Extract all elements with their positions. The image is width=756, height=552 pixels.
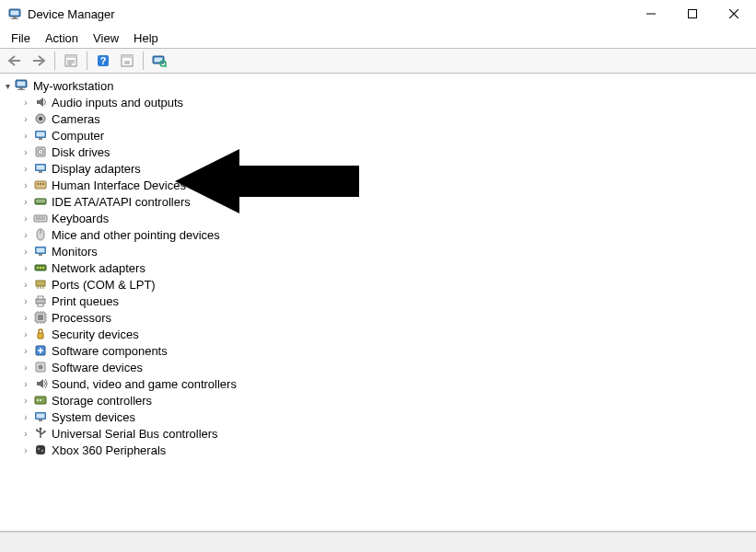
tree-category-label: Software components — [52, 344, 168, 358]
expand-icon[interactable]: › — [20, 197, 31, 207]
expand-icon[interactable]: › — [20, 313, 31, 323]
expand-icon[interactable]: › — [20, 147, 31, 157]
expand-icon[interactable]: › — [20, 429, 31, 439]
toolbar-separator — [54, 52, 55, 70]
tree-category-sound[interactable]: ›Sound, video and game controllers — [0, 375, 756, 392]
cameras-icon — [33, 111, 48, 126]
security-icon — [33, 327, 48, 341]
tree-category-label: Human Interface Devices — [52, 178, 186, 192]
expand-icon[interactable]: › — [20, 445, 31, 455]
ide-icon — [33, 194, 48, 209]
display-icon — [33, 161, 48, 176]
show-hidden-button[interactable] — [116, 50, 138, 72]
svg-text:?: ? — [100, 55, 107, 66]
computer-icon — [15, 78, 29, 93]
expand-icon[interactable]: › — [20, 296, 31, 306]
tree-category-label: System devices — [52, 410, 135, 424]
tree-category-security[interactable]: ›Security devices — [0, 326, 756, 342]
svg-rect-15 — [17, 82, 26, 86]
toolbar-separator — [87, 52, 87, 70]
tree-category-network[interactable]: ›Network adapters — [0, 259, 756, 276]
menu-file[interactable]: File — [4, 29, 38, 47]
tree-category-storage[interactable]: ›Storage controllers — [0, 392, 756, 408]
expand-icon[interactable]: › — [20, 98, 31, 108]
tree-category-swdev[interactable]: ›Software devices — [0, 359, 756, 375]
tree-category-keyboards[interactable]: ›Keyboards — [0, 210, 756, 226]
swdev-icon — [33, 360, 48, 374]
tree-category-label: Audio inputs and outputs — [52, 96, 183, 109]
tree-category-label: Ports (COM & LPT) — [52, 278, 156, 292]
storage-icon — [33, 393, 48, 408]
tree-category-monitors[interactable]: ›Monitors — [0, 243, 756, 259]
expand-icon[interactable]: › — [20, 379, 31, 389]
tree-category-disk[interactable]: ›Disk drives — [0, 144, 756, 160]
expand-icon[interactable]: › — [20, 213, 31, 224]
device-tree[interactable]: ▾ My-workstation ›Audio inputs and outpu… — [0, 74, 756, 532]
tree-category-display[interactable]: ›Display adapters — [0, 160, 756, 177]
svg-rect-1 — [11, 11, 19, 16]
tree-category-label: Sound, video and game controllers — [52, 377, 237, 391]
tree-category-label: Keyboards — [52, 212, 109, 225]
audio-icon — [33, 95, 48, 109]
expand-icon[interactable]: › — [20, 230, 31, 240]
tree-category-usb[interactable]: ›Universal Serial Bus controllers — [0, 425, 756, 442]
tree-category-xbox[interactable]: ›Xbox 360 Peripherals — [0, 442, 756, 458]
expand-icon[interactable]: › — [20, 114, 31, 124]
print-icon — [33, 293, 48, 308]
tree-category-label: Display adapters — [52, 162, 141, 176]
system-icon — [33, 409, 48, 424]
expand-icon[interactable]: › — [20, 329, 31, 339]
back-button[interactable] — [4, 50, 26, 72]
maximize-button[interactable] — [671, 0, 713, 28]
tree-category-ide[interactable]: ›IDE ATA/ATAPI controllers — [0, 193, 756, 210]
expand-icon[interactable]: › — [20, 180, 31, 190]
svg-rect-4 — [688, 10, 696, 18]
xbox-icon — [33, 443, 48, 457]
tree-category-ports[interactable]: ›Ports (COM & LPT) — [0, 276, 756, 293]
tree-category-system[interactable]: ›System devices — [0, 408, 756, 425]
menu-view[interactable]: View — [86, 29, 126, 47]
tree-category-audio[interactable]: ›Audio inputs and outputs — [0, 94, 756, 110]
network-icon — [33, 260, 48, 275]
tree-category-label: Disk drives — [52, 145, 110, 159]
menu-help[interactable]: Help — [126, 29, 166, 47]
toolbar: ? — [0, 48, 756, 74]
tree-root[interactable]: ▾ My-workstation — [0, 77, 756, 94]
svg-rect-2 — [13, 17, 17, 18]
expand-icon[interactable]: › — [20, 280, 31, 290]
expand-icon[interactable]: ▾ — [2, 81, 13, 91]
svg-rect-17 — [17, 89, 25, 90]
menubar: File Action View Help — [0, 28, 756, 48]
close-button[interactable] — [713, 0, 754, 28]
tree-category-computer[interactable]: ›Computer — [0, 127, 756, 144]
tree-category-mice[interactable]: ›Mice and other pointing devices — [0, 226, 756, 243]
menu-action[interactable]: Action — [38, 29, 86, 47]
expand-icon[interactable]: › — [20, 263, 31, 273]
tree-category-print[interactable]: ›Print queues — [0, 293, 756, 309]
tree-category-hid[interactable]: ›Human Interface Devices — [0, 177, 756, 193]
expand-icon[interactable]: › — [20, 346, 31, 356]
expand-icon[interactable]: › — [20, 247, 31, 257]
usb-icon — [33, 426, 48, 441]
window-title: Device Manager — [28, 7, 115, 21]
tree-category-label: Computer — [52, 129, 104, 143]
sound-icon — [33, 376, 48, 391]
expand-icon[interactable]: › — [20, 131, 31, 141]
forward-button[interactable] — [28, 50, 50, 72]
scan-hardware-button[interactable] — [148, 50, 170, 72]
expand-icon[interactable]: › — [20, 396, 31, 406]
minimize-button[interactable] — [630, 0, 671, 28]
tree-category-processors[interactable]: ›Processors — [0, 309, 756, 326]
properties-button[interactable] — [60, 50, 82, 72]
help-button[interactable]: ? — [92, 50, 114, 72]
tree-category-label: Processors — [52, 311, 111, 325]
expand-icon[interactable]: › — [20, 362, 31, 373]
expand-icon[interactable]: › — [20, 164, 31, 174]
tree-category-label: Xbox 360 Peripherals — [52, 443, 166, 457]
titlebar: Device Manager — [0, 0, 756, 28]
tree-category-swcomp[interactable]: ›Software components — [0, 342, 756, 359]
expand-icon[interactable]: › — [20, 412, 31, 422]
tree-category-cameras[interactable]: ›Cameras — [0, 110, 756, 127]
app-icon — [7, 6, 22, 21]
disk-icon — [33, 144, 48, 159]
